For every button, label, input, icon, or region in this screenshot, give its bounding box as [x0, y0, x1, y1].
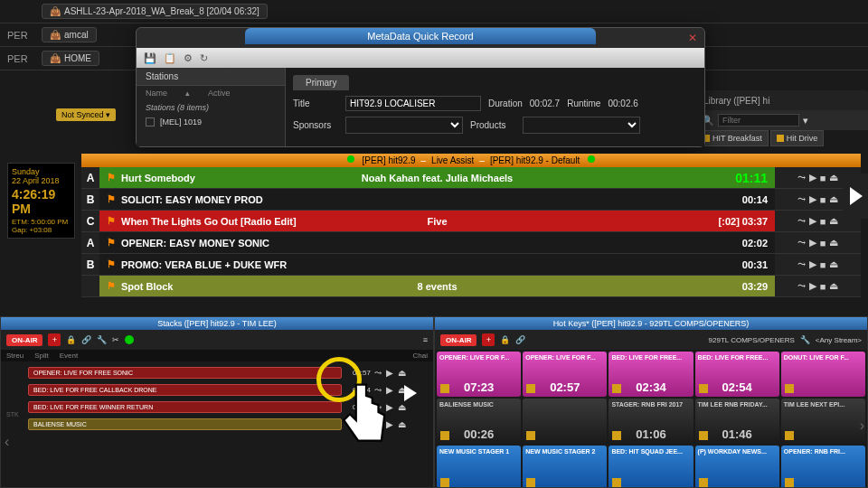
cut-icon[interactable]: ✂ [112, 335, 119, 344]
chevron-right-icon[interactable]: › [860, 418, 864, 434]
playout-row[interactable]: A ⚑OPENER: EASY MONEY SONIC02:02 ⤳▶■⏏ [81, 232, 861, 254]
row-handle[interactable]: C [81, 211, 99, 231]
primary-tab[interactable]: Primary [293, 75, 349, 90]
close-icon[interactable]: ✕ [688, 32, 697, 44]
chevron-left-icon[interactable]: ‹ [5, 434, 9, 450]
stack-bar[interactable]: BED: LIVE FOR FREE WINNER RETURN [28, 401, 342, 413]
hotkey-cell[interactable]: OPENER: LIVE FOR F...07:23 [437, 352, 521, 397]
hotkey-time: 07:23 [439, 380, 518, 394]
segue-icon[interactable]: ⤳ [374, 368, 382, 378]
lock-icon[interactable]: 🔒 [66, 335, 76, 344]
play-icon[interactable]: ▶ [809, 193, 816, 205]
segue-icon[interactable]: ⤳ [797, 193, 806, 205]
eject-icon[interactable]: ⏏ [829, 215, 838, 227]
eject-icon[interactable]: ⏏ [829, 280, 838, 292]
stop-icon[interactable]: ■ [820, 259, 826, 270]
play-icon[interactable]: ▶ [809, 258, 816, 270]
link-icon[interactable]: 🔗 [515, 335, 525, 344]
hotkeys-selector[interactable]: 929TL COMPS/OPENERS [709, 336, 795, 344]
playout-row[interactable]: B ⚑PROMO: VERA BLUE + DUKE WFR00:31 ⤳▶■⏏ [81, 254, 861, 276]
hotkey-cell[interactable]: OPENER: LIVE FOR F...02:57 [523, 352, 607, 397]
library-tab[interactable]: HIT Breakfast [696, 130, 769, 146]
menu-icon[interactable]: ≡ [423, 335, 428, 344]
stop-icon[interactable]: ■ [820, 216, 826, 227]
refresh-icon[interactable]: ↻ [200, 52, 208, 64]
wrench-icon[interactable]: 🔧 [97, 335, 107, 344]
playout-row[interactable]: C ⚑When The Lights Go Out [Radio Edit]Fi… [81, 211, 861, 232]
sponsors-select[interactable] [345, 117, 463, 134]
eject-icon[interactable]: ⏏ [829, 237, 838, 249]
stop-icon[interactable]: ■ [820, 194, 826, 205]
hotkey-cell[interactable]: NEW MUSIC STAGER 2 [523, 446, 607, 487]
play-icon[interactable]: ▶ [809, 215, 816, 227]
segue-icon[interactable]: ⤳ [797, 280, 806, 292]
stacks-tab[interactable]: Event [60, 352, 78, 360]
hotkey-cell[interactable]: NEW MUSIC STAGER 1 [437, 446, 521, 487]
row-handle[interactable]: A [81, 232, 99, 253]
hotkey-cell[interactable]: (P) WORKDAY NEWS... [695, 446, 779, 487]
track-time: 03:29 [742, 281, 768, 292]
wrench-icon[interactable]: 🔧 [800, 335, 810, 344]
play-icon[interactable]: ▶ [809, 172, 816, 183]
eject-icon[interactable]: ⏏ [829, 193, 838, 205]
play-icon[interactable]: ▶ [386, 368, 393, 378]
playout-row[interactable]: ⚑Spot Block8 events03:29 ⤳▶■⏏ [81, 276, 861, 297]
eject-icon[interactable]: ⏏ [829, 258, 838, 270]
hotkey-cell[interactable]: BED: HIT SQUAD JEE... [609, 446, 693, 487]
segue-icon[interactable]: ⤳ [797, 172, 806, 183]
hotkey-cell[interactable] [523, 399, 607, 444]
segue-icon[interactable]: ⤳ [797, 237, 806, 249]
library-tab[interactable]: Hit Drive [770, 130, 825, 146]
playout-row[interactable]: B ⚑SOLICIT: EASY MONEY PROD00:14 ⤳▶■⏏ [81, 189, 861, 211]
copy-icon[interactable]: 📋 [164, 52, 176, 64]
playout-panel: [PER] hit92.9 – Live Assist – [PER] hit9… [81, 154, 861, 297]
lock-icon[interactable]: 🔒 [500, 335, 510, 344]
stack-bar[interactable]: BALIENSE MUSIC [28, 418, 342, 430]
gear-icon[interactable]: ⚙ [184, 52, 193, 64]
stack-bar[interactable]: BED: LIVE FOR FREE CALLBACK DRONE [28, 384, 342, 396]
row-handle[interactable]: B [81, 254, 99, 275]
hotkey-cell[interactable]: TIM LEE RNB FRIDAY...01:46 [695, 399, 779, 444]
dropdown-icon[interactable]: ▾ [803, 115, 808, 127]
play-icon[interactable]: ▶ [809, 280, 816, 292]
mode-label[interactable]: Live Assist [431, 155, 474, 165]
stacks-tab[interactable]: Split [34, 352, 49, 360]
filter-input[interactable] [718, 114, 799, 127]
stream-selector[interactable]: <Any Stream> [816, 336, 862, 344]
eject-icon[interactable]: ⏏ [398, 368, 406, 378]
hotkey-cell[interactable]: BED: LIVE FOR FREE...02:54 [695, 352, 779, 397]
stations-tab[interactable]: Stations [137, 68, 285, 86]
row-handle[interactable] [81, 276, 99, 296]
row-handle[interactable]: B [81, 189, 99, 210]
row-handle[interactable]: A [81, 167, 99, 188]
hotkey-cell[interactable]: STAGER: RNB FRI 201701:06 [609, 399, 693, 444]
add-button[interactable]: + [48, 333, 61, 346]
title-input[interactable] [345, 96, 481, 111]
not-synced-badge[interactable]: Not Synced ▾ [56, 108, 116, 121]
link-icon[interactable]: 🔗 [81, 335, 91, 344]
eject-icon[interactable]: ⏏ [398, 419, 406, 429]
stop-icon[interactable]: ■ [820, 281, 826, 292]
play-icon[interactable]: ▶ [809, 237, 816, 249]
save-icon[interactable]: 💾 [144, 52, 156, 64]
eject-icon[interactable]: ⏏ [829, 172, 838, 183]
station-row[interactable]: [MEL] 1019 [137, 115, 285, 129]
segue-icon[interactable]: ⤳ [797, 215, 806, 227]
stacks-play-button[interactable] [397, 380, 424, 407]
playout-row[interactable]: A ⚑Hurt SomebodyNoah Kahan feat. Julia M… [81, 167, 861, 189]
hotkey-cell[interactable]: TIM LEE NEXT EPI... [781, 399, 865, 444]
hotkey-cell[interactable]: DONUT: LIVE FOR F... [781, 352, 865, 397]
stacks-tab[interactable]: Streu [6, 352, 24, 360]
stack-bar[interactable]: OPENER: LIVE FOR FREE SONIC [28, 367, 342, 379]
products-select[interactable] [523, 117, 640, 134]
hotkey-cell[interactable]: OPENER: RNB FRI... [781, 446, 865, 487]
stop-icon[interactable]: ■ [820, 238, 826, 249]
hotkey-cell[interactable]: BALIENSE MUSIC00:26 [437, 399, 521, 444]
add-button[interactable]: + [482, 333, 495, 346]
status-dot-icon [588, 155, 595, 163]
hotkey-cell[interactable]: BED: LIVE FOR FREE...02:34 [609, 352, 693, 397]
wave-icon [526, 431, 535, 440]
stop-icon[interactable]: ■ [820, 173, 826, 183]
segue-icon[interactable]: ⤳ [797, 258, 806, 270]
main-play-button[interactable] [843, 174, 868, 219]
